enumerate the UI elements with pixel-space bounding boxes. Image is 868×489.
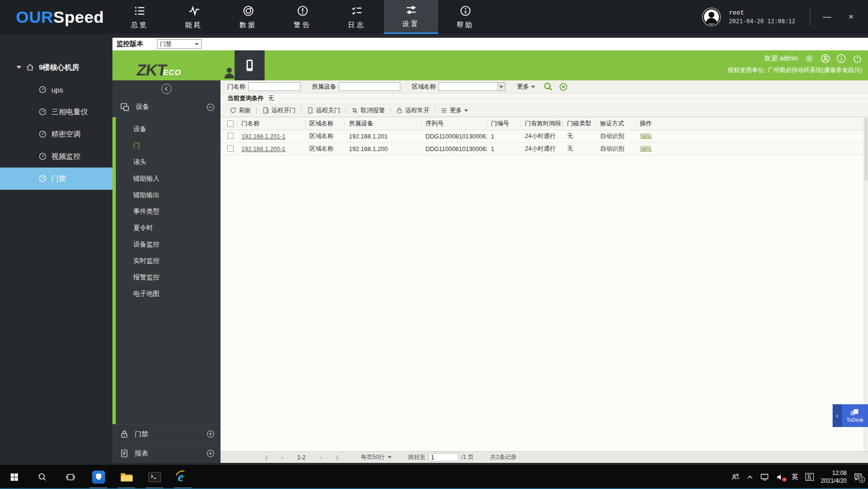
row-checkbox[interactable] (227, 133, 234, 139)
tree-item-ups[interactable]: ups (0, 78, 112, 101)
about-icon[interactable] (836, 54, 846, 63)
command-prompt-button[interactable] (141, 465, 169, 489)
menu-section-report[interactable]: 报表 (112, 443, 221, 463)
menu-section-device[interactable]: 设备 (112, 97, 221, 117)
clear-search-icon[interactable] (559, 83, 568, 91)
network-display-icon[interactable] (760, 473, 769, 481)
hamburger-icon (441, 107, 447, 114)
ime-mode-indicator[interactable]: 五 (805, 473, 814, 481)
nav-tab-overview[interactable]: 总览 (112, 0, 167, 34)
windows-logo-icon (10, 473, 18, 481)
submenu-item-device[interactable]: 设备 (116, 121, 221, 138)
submenu-item-alarm-monitor[interactable]: 报警监控 (116, 269, 221, 286)
taskbar-clock[interactable]: 12:08 2021/4/20 (821, 469, 847, 485)
refresh-button[interactable]: 刷新 (224, 107, 256, 115)
submenu-item-device-monitor[interactable]: 设备监控 (116, 236, 221, 253)
user-avatar[interactable] (702, 7, 721, 27)
edit-link[interactable]: 编辑 (640, 133, 652, 139)
cell-device: 192.168.1.201 (345, 133, 422, 140)
door-name-input[interactable] (248, 82, 300, 91)
ime-language-indicator[interactable]: 英 (791, 473, 798, 481)
select-all-checkbox[interactable] (227, 121, 234, 127)
cell-door-no: 1 (487, 133, 521, 140)
taskbar-search-button[interactable] (28, 465, 56, 489)
door-name-link[interactable]: 192.168.1.201-1 (241, 133, 285, 140)
close-button[interactable]: × (844, 10, 858, 24)
volume-muted-icon[interactable]: × (776, 474, 784, 481)
col-door-name: 门名称 (237, 120, 305, 127)
edit-link[interactable]: 编辑 (640, 145, 652, 152)
first-page-button[interactable]: |‹ (258, 454, 274, 461)
more-filters-link[interactable]: 更多 (517, 83, 535, 91)
submenu-item-emap[interactable]: 电子地图 (116, 286, 221, 302)
cancel-alarm-button[interactable]: 取消报警 (346, 107, 390, 115)
tree-item-power-meter[interactable]: 三相电量仪 (0, 101, 112, 123)
door-name-link[interactable]: 192.168.1.200-1 (241, 146, 285, 153)
plus-circle-icon[interactable] (206, 449, 215, 458)
submenu-item-reader[interactable]: 读头 (116, 154, 221, 170)
notification-center-icon[interactable]: 1 (854, 473, 862, 481)
vertical-scrollbar[interactable] (864, 118, 868, 451)
gear-icon[interactable] (805, 54, 814, 63)
empty-area (221, 155, 868, 451)
scrollbar-thumb[interactable] (865, 118, 868, 181)
start-button[interactable] (0, 465, 28, 489)
collapse-menu-icon[interactable] (161, 84, 172, 94)
submenu-item-realtime-monitor[interactable]: 实时监控 (116, 253, 221, 269)
toolbar-more-button[interactable]: 更多 (435, 107, 473, 115)
monitor-version-select[interactable]: 门禁 (157, 39, 202, 49)
remote-normally-open-button[interactable]: 远程常开 (391, 107, 435, 115)
nav-tab-settings[interactable]: 设置 (384, 0, 438, 34)
door-closed-icon (307, 107, 314, 114)
security-app-button[interactable] (84, 465, 112, 489)
minimize-button[interactable]: — (818, 10, 836, 24)
remote-close-button[interactable]: 远程关门 (301, 107, 346, 115)
account-icon[interactable] (821, 54, 830, 63)
nav-tab-alerts[interactable]: 警告 (275, 0, 330, 34)
task-view-button[interactable] (56, 465, 84, 489)
tree-item-video-monitor[interactable]: 视频监控 (0, 145, 112, 168)
row-checkbox[interactable] (227, 145, 234, 152)
tree-item-precision-ac[interactable]: 精密空调 (0, 123, 112, 145)
menu-section-access[interactable]: 门禁 (112, 424, 221, 443)
nav-tab-help[interactable]: 帮助 (438, 0, 492, 34)
people-icon[interactable] (731, 473, 740, 481)
submenu-item-daylight-saving[interactable]: 夏令时 (116, 220, 221, 236)
per-page-select[interactable]: 每页50行 (361, 453, 392, 461)
prev-page-button[interactable]: ‹ (274, 454, 289, 461)
windows-taskbar: e × 英 五 12:08 2021/4/20 1 (0, 465, 868, 489)
search-icon[interactable] (544, 82, 552, 91)
next-page-button[interactable]: › (313, 454, 328, 461)
submenu-label: 辅助输入 (133, 174, 159, 183)
sliders-icon (405, 4, 417, 16)
submenu-item-door[interactable]: 门 (116, 138, 221, 154)
col-area-name: 区域名称 (305, 120, 345, 127)
owner-device-input[interactable] (339, 82, 400, 91)
nav-tab-data[interactable]: 数据 (221, 0, 275, 34)
submenu-item-aux-input[interactable]: 辅助输入 (116, 170, 221, 187)
nav-tab-energy[interactable]: 能耗 (167, 0, 221, 34)
nav-tab-label: 帮助 (457, 21, 474, 30)
todesk-collapse-button[interactable]: ‹ (833, 404, 842, 427)
todesk-button[interactable]: ToDesk (842, 404, 868, 427)
submenu-item-aux-output[interactable]: 辅助输出 (116, 187, 221, 203)
page-input[interactable] (428, 453, 458, 461)
plus-circle-icon[interactable] (206, 430, 215, 438)
nav-tab-logs[interactable]: 日志 (330, 0, 384, 34)
tree-item-access-control[interactable]: 门禁 (0, 168, 112, 190)
submenu-item-event-type[interactable]: 事件类型 (116, 203, 221, 220)
area-name-select[interactable] (439, 82, 505, 91)
remote-open-button[interactable]: 远程开门 (257, 107, 301, 115)
brand-part1: OUR (16, 8, 53, 27)
power-icon[interactable] (852, 54, 862, 63)
minus-circle-icon[interactable] (206, 103, 215, 111)
internet-explorer-button[interactable]: e (169, 465, 197, 489)
cell-sensor: 无 (563, 145, 596, 153)
tray-expand-icon[interactable] (747, 475, 753, 479)
tree-root-machine-room[interactable]: 9楼核心机房 (0, 56, 112, 78)
last-page-button[interactable]: ›| (328, 454, 344, 461)
access-module-tab[interactable] (235, 50, 265, 80)
chevron-down-icon (464, 109, 468, 112)
divider (810, 8, 810, 26)
file-explorer-button[interactable] (112, 465, 141, 489)
